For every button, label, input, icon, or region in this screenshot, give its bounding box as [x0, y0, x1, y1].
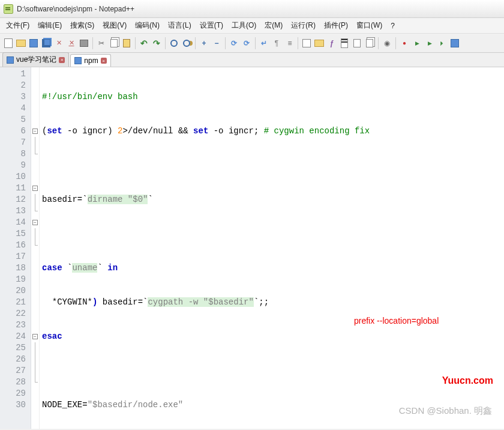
macro-record-icon[interactable] — [398, 37, 410, 49]
user-lang-icon[interactable] — [301, 37, 313, 49]
menu-file[interactable]: 文件(F) — [2, 19, 33, 32]
save-status-icon — [7, 56, 14, 64]
macro-play-icon[interactable] — [424, 37, 436, 49]
menu-encoding[interactable]: 编码(N) — [131, 19, 163, 32]
macro-save-icon[interactable] — [449, 37, 461, 49]
replace-icon[interactable] — [181, 37, 193, 49]
menu-search[interactable]: 搜索(S) — [67, 19, 98, 32]
folder-workspace-icon[interactable] — [313, 37, 325, 49]
monitoring-icon[interactable] — [381, 37, 393, 49]
tab-close-icon[interactable]: × — [59, 57, 65, 63]
menu-language[interactable]: 语言(L) — [164, 19, 195, 32]
open-file-icon[interactable] — [15, 37, 27, 49]
zoom-in-icon[interactable] — [198, 37, 210, 49]
menu-plugins[interactable]: 插件(P) — [320, 19, 352, 32]
menu-run[interactable]: 运行(R) — [287, 19, 319, 32]
paste-icon[interactable] — [121, 37, 133, 49]
copy-icon[interactable] — [108, 37, 120, 49]
menu-help[interactable]: ? — [387, 20, 398, 32]
macro-stop-icon[interactable] — [411, 37, 423, 49]
close-icon[interactable] — [53, 37, 65, 49]
function-list-icon[interactable] — [326, 37, 338, 49]
fold-toggle-icon[interactable]: − — [32, 129, 38, 134]
tab-npm[interactable]: npm × — [70, 54, 110, 67]
watermark-yuucn: Yuucn.com — [442, 375, 493, 386]
tab-label: npm — [84, 56, 98, 65]
zoom-out-icon[interactable] — [211, 37, 223, 49]
app-icon — [4, 4, 13, 14]
indent-guide-icon[interactable] — [283, 37, 295, 49]
doc-switcher-icon[interactable] — [364, 37, 376, 49]
toolbar-separator — [255, 37, 256, 49]
show-all-chars-icon[interactable] — [271, 37, 283, 49]
print-icon[interactable] — [78, 37, 90, 49]
close-all-icon[interactable] — [65, 37, 77, 49]
tab-close-icon[interactable]: × — [101, 58, 107, 64]
menu-tools[interactable]: 工具(O) — [228, 19, 260, 32]
fold-toggle-icon[interactable]: − — [32, 220, 38, 225]
menu-window[interactable]: 窗口(W) — [353, 19, 386, 32]
sync-horizontal-icon[interactable] — [241, 37, 253, 49]
tab-vue-notes[interactable]: vue学习笔记 × — [2, 52, 69, 67]
toolbar-separator — [195, 37, 196, 49]
find-icon[interactable] — [168, 37, 180, 49]
macro-play-multi-icon[interactable] — [436, 37, 448, 49]
annotation-label: prefix --location=global — [354, 315, 439, 327]
fold-toggle-icon[interactable]: − — [32, 334, 38, 339]
window-title: D:\software\nodejs\npm - Notepad++ — [17, 5, 134, 13]
editor-area[interactable]: 12345 678910 1112131415 1617181920 21222… — [0, 67, 504, 429]
sync-vertical-icon[interactable] — [228, 37, 240, 49]
save-icon[interactable] — [28, 37, 40, 49]
menubar: 文件(F) 编辑(E) 搜索(S) 视图(V) 编码(N) 语言(L) 设置(T… — [0, 18, 504, 34]
toolbar-separator — [378, 37, 379, 49]
save-status-icon — [74, 57, 82, 64]
line-number-gutter: 12345 678910 1112131415 1617181920 21222… — [0, 67, 31, 429]
toolbar-separator — [395, 37, 396, 49]
fold-column: − − − − — [31, 67, 40, 429]
code-content[interactable]: #!/usr/bin/env bash (set -o igncr) 2>/de… — [40, 67, 504, 429]
cut-icon[interactable] — [95, 37, 107, 49]
new-file-icon[interactable] — [2, 37, 14, 49]
menu-settings[interactable]: 设置(T) — [196, 19, 227, 32]
fold-toggle-icon[interactable]: − — [32, 186, 38, 191]
doc-list-icon[interactable] — [351, 37, 363, 49]
toolbar-separator — [298, 37, 298, 49]
undo-icon[interactable] — [138, 37, 150, 49]
toolbar-separator — [225, 37, 226, 49]
word-wrap-icon[interactable] — [258, 37, 270, 49]
titlebar: D:\software\nodejs\npm - Notepad++ — [0, 0, 504, 18]
toolbar-separator — [165, 37, 166, 49]
tab-label: vue学习笔记 — [16, 55, 56, 65]
save-all-icon[interactable] — [40, 37, 52, 49]
toolbar — [0, 34, 504, 53]
menu-edit[interactable]: 编辑(E) — [34, 19, 65, 32]
doc-map-icon[interactable] — [338, 37, 350, 49]
watermark-csdn: CSDN @Siobhan. 明鑫 — [399, 405, 492, 416]
redo-icon[interactable] — [151, 37, 163, 49]
menu-macro[interactable]: 宏(M) — [261, 19, 286, 32]
menu-view[interactable]: 视图(V) — [99, 19, 130, 32]
tab-strip: vue学习笔记 × npm × — [0, 53, 504, 67]
toolbar-separator — [92, 37, 93, 49]
toolbar-separator — [135, 37, 136, 49]
